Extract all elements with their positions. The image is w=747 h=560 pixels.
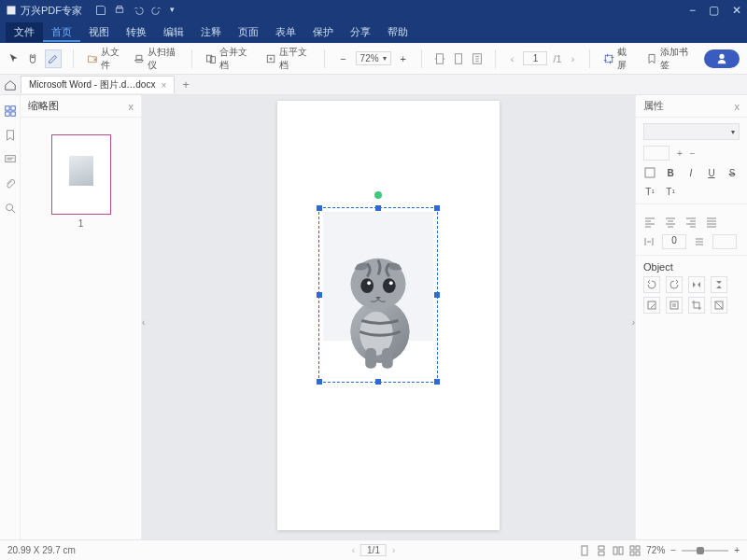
page-prev-button[interactable]: ‹ — [507, 53, 518, 64]
tab-close-button[interactable]: × — [161, 80, 166, 91]
close-button[interactable]: ✕ — [732, 4, 741, 17]
print-icon[interactable] — [114, 5, 125, 16]
thumbnail-page-1[interactable] — [51, 134, 111, 215]
two-page-view-icon[interactable] — [613, 545, 624, 556]
from-file-button[interactable]: 从文件 — [85, 43, 126, 75]
page-next-button[interactable]: › — [568, 53, 579, 64]
status-page-prev[interactable]: ‹ — [352, 545, 355, 555]
single-page-view-icon[interactable] — [579, 545, 590, 556]
char-spacing-input[interactable]: 0 — [662, 234, 686, 249]
pointer-icon[interactable] — [7, 52, 21, 65]
menu-file[interactable]: 文件 — [6, 22, 43, 42]
search-panel-icon[interactable] — [4, 202, 17, 215]
resize-handle-w[interactable] — [317, 292, 322, 298]
status-page-next[interactable]: › — [392, 545, 395, 555]
rotate-right-button[interactable] — [666, 276, 683, 293]
status-zoom-out[interactable]: − — [670, 545, 676, 555]
resize-handle-e[interactable] — [434, 292, 440, 298]
font-size-input[interactable] — [643, 146, 669, 161]
superscript-button[interactable]: T1 — [643, 185, 656, 198]
page-number-input[interactable]: 1 — [523, 51, 547, 65]
zoom-slider[interactable] — [682, 550, 728, 552]
continuous-view-icon[interactable] — [596, 545, 607, 556]
thumbnails-close-button[interactable]: x — [129, 101, 134, 112]
qat-dropdown-icon[interactable]: ▾ — [170, 5, 175, 16]
edit-tool[interactable] — [45, 49, 62, 68]
subscript-button[interactable]: T1 — [664, 185, 677, 198]
bookmark-button[interactable]: 添加书签 — [644, 43, 695, 75]
menu-convert[interactable]: 转换 — [118, 22, 155, 42]
align-left-button[interactable] — [643, 216, 656, 229]
rotation-handle[interactable] — [374, 191, 382, 199]
font-family-dropdown[interactable]: ▾ — [643, 123, 740, 140]
font-size-decrease[interactable]: − — [690, 148, 696, 159]
collapse-right-button[interactable]: › — [632, 317, 635, 328]
crop-button[interactable]: 截屏 — [601, 43, 635, 75]
flip-vertical-button[interactable] — [711, 276, 727, 293]
menu-home[interactable]: 首页 — [43, 22, 80, 42]
placed-image[interactable] — [323, 212, 433, 378]
menu-page[interactable]: 页面 — [230, 22, 267, 42]
undo-icon[interactable] — [133, 5, 144, 16]
flip-horizontal-button[interactable] — [688, 276, 705, 293]
replace-image-button[interactable] — [666, 297, 683, 314]
save-icon[interactable] — [95, 5, 106, 16]
menu-share[interactable]: 分享 — [342, 22, 379, 42]
comments-icon[interactable] — [4, 153, 17, 166]
rotate-left-button[interactable] — [643, 276, 660, 293]
status-zoom-in[interactable]: + — [734, 545, 740, 555]
minimize-button[interactable]: − — [689, 4, 696, 17]
line-spacing-input[interactable] — [712, 234, 737, 249]
from-scanner-button[interactable]: 从扫描仪 — [132, 43, 181, 75]
actual-size-icon[interactable] — [471, 52, 484, 65]
user-button[interactable] — [704, 49, 740, 68]
border-toggle[interactable] — [643, 166, 656, 179]
resize-handle-ne[interactable] — [434, 205, 440, 211]
merge-button[interactable]: 合并文档 — [204, 43, 254, 75]
extract-image-button[interactable] — [643, 297, 660, 314]
resize-handle-sw[interactable] — [317, 379, 322, 385]
resize-handle-se[interactable] — [434, 379, 440, 385]
redo-icon[interactable] — [151, 5, 162, 16]
fit-page-icon[interactable] — [452, 52, 465, 65]
two-page-continuous-icon[interactable] — [629, 545, 641, 556]
bold-button[interactable]: B — [664, 166, 677, 179]
collapse-left-button[interactable]: ‹ — [142, 317, 145, 328]
document-tab[interactable]: Microsoft Word - 图片.d…docx × — [21, 76, 175, 93]
home-icon[interactable] — [4, 78, 17, 91]
align-justify-button[interactable] — [705, 216, 718, 229]
align-center-button[interactable] — [664, 216, 677, 229]
menu-comment[interactable]: 注释 — [192, 22, 230, 42]
properties-close-button[interactable]: x — [735, 101, 740, 112]
attachments-icon[interactable] — [4, 177, 17, 190]
add-tab-button[interactable]: + — [178, 77, 193, 91]
menu-edit[interactable]: 编辑 — [155, 22, 192, 42]
menu-form[interactable]: 表单 — [267, 22, 304, 42]
zoom-value-dropdown[interactable]: 72% ▾ — [356, 51, 391, 65]
status-page-display[interactable]: 1/1 — [360, 544, 387, 556]
maximize-button[interactable]: ▢ — [709, 4, 719, 17]
hand-icon[interactable] — [26, 52, 39, 65]
menu-protect[interactable]: 保护 — [304, 22, 342, 42]
bookmarks-icon[interactable] — [4, 129, 17, 142]
resize-handle-s[interactable] — [375, 379, 381, 385]
opacity-button[interactable] — [711, 297, 727, 314]
zoom-slider-knob[interactable] — [697, 547, 704, 554]
image-selection-box[interactable] — [318, 207, 438, 383]
zoom-out-button[interactable]: − — [336, 53, 349, 64]
menu-view[interactable]: 视图 — [80, 22, 118, 42]
italic-button[interactable]: I — [684, 166, 698, 179]
compress-button[interactable]: 压平文档 — [263, 43, 314, 75]
document-canvas[interactable]: ‹ › — [142, 95, 635, 539]
resize-handle-n[interactable] — [375, 205, 381, 211]
zoom-in-button[interactable]: + — [397, 53, 410, 64]
font-size-increase[interactable]: + — [677, 148, 683, 159]
crop-image-button[interactable] — [688, 297, 705, 314]
resize-handle-nw[interactable] — [317, 205, 322, 211]
align-right-button[interactable] — [684, 216, 698, 229]
menu-help[interactable]: 帮助 — [379, 22, 416, 42]
document-page[interactable] — [277, 101, 500, 530]
fit-width-icon[interactable] — [433, 52, 446, 65]
thumbnails-icon[interactable] — [4, 105, 17, 118]
strikethrough-button[interactable]: S — [726, 166, 739, 179]
